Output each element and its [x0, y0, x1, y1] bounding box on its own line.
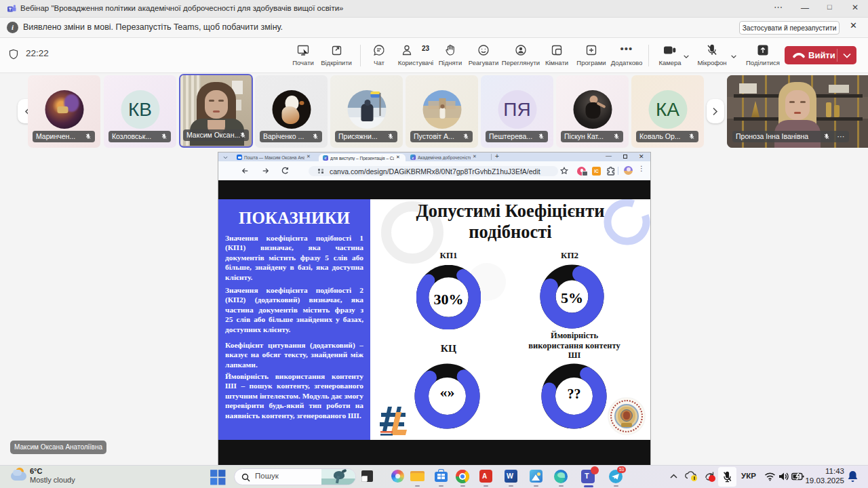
- svg-text:??: ??: [568, 386, 581, 401]
- svg-text:5%: 5%: [561, 289, 583, 306]
- svg-text:«»: «»: [440, 384, 455, 401]
- svg-text:30%: 30%: [434, 291, 464, 308]
